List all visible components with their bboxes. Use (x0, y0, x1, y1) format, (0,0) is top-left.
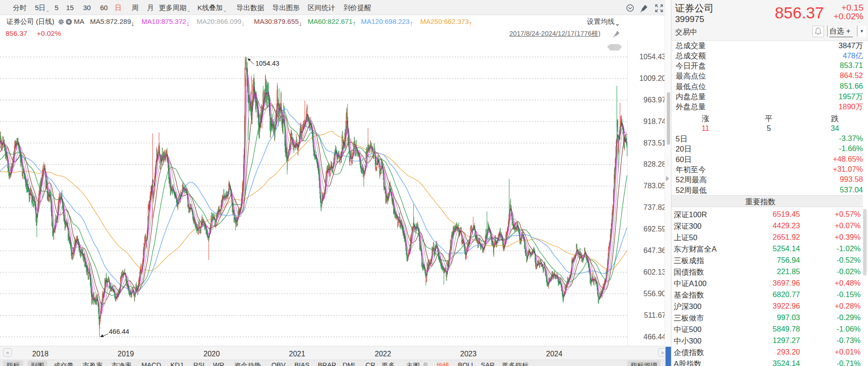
svg-text:602.13: 602.13 (643, 268, 665, 276)
svg-text:1054.43: 1054.43 (255, 60, 279, 67)
svg-text:692.59: 692.59 (643, 225, 665, 233)
svg-text:737.82: 737.82 (643, 203, 665, 211)
svg-text:466.44: 466.44 (109, 328, 129, 335)
svg-text:511.67: 511.67 (644, 311, 665, 319)
svg-text:963.97: 963.97 (643, 96, 665, 104)
svg-text:783.05: 783.05 (643, 182, 665, 190)
svg-text:828.28: 828.28 (643, 160, 665, 168)
svg-text:1054.43: 1054.43 (639, 53, 665, 61)
svg-text:466.44: 466.44 (643, 333, 665, 341)
svg-text:1009.20: 1009.20 (639, 74, 665, 82)
svg-text:556.90: 556.90 (643, 290, 665, 298)
svg-text:918.74: 918.74 (643, 118, 665, 125)
svg-text:873.51: 873.51 (643, 139, 665, 147)
svg-text:647.36: 647.36 (643, 247, 665, 254)
